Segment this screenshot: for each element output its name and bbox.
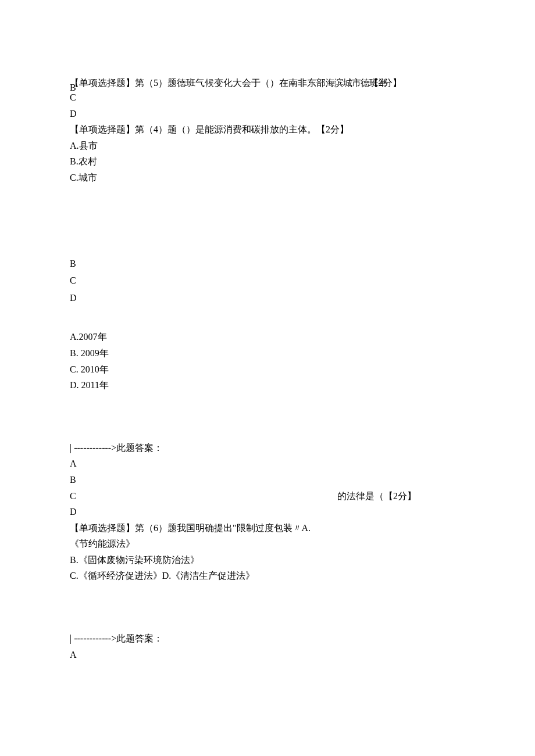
- q6-option-a: 《节约能源法》: [70, 536, 465, 551]
- law-fragment: 的法律是（【2分】: [337, 489, 416, 504]
- answer-c: C: [70, 491, 76, 501]
- option-d: D: [70, 106, 465, 121]
- q4-option-a: A.县市: [70, 138, 465, 153]
- option-c: C: [70, 90, 465, 105]
- answer-d: D: [70, 504, 465, 519]
- question-4-stem: 【单项选择题】第（4）题（）是能源消费和碳排放的主体。【2分】: [70, 122, 465, 137]
- option-b: B: [70, 80, 76, 95]
- q5-option-c: C. 2010年: [70, 362, 465, 377]
- q6-option-b: B.《固体废物污染环境防治法》: [70, 553, 465, 568]
- q6-option-cd: C.《循环经济促进法》D.《清洁生产促进法》: [70, 568, 465, 583]
- answer-label-1: | ------------>此题答案：: [70, 440, 465, 456]
- answer-label-2: | ------------>此题答案：: [70, 631, 465, 646]
- answer-2-a: A: [70, 647, 465, 662]
- q5-option-d: D. 2011年: [70, 378, 465, 393]
- q5-option-a: A.2007年: [70, 329, 465, 345]
- q4-option-c: C.城市: [70, 170, 465, 185]
- q5-score: 【2分】: [369, 78, 402, 88]
- question-5-stem: 【单项选择题】第（5）题德班气候变化大会于（）在南非东部海滨城市德班举【2分】: [70, 76, 402, 91]
- q4-option-b: B.农村: [70, 154, 465, 169]
- option-c-2: C: [70, 273, 465, 288]
- answer-a: A: [70, 456, 465, 471]
- q5-text-part1: 【单项选择题】第（5）题德班气候变化大会于（）在南非东部: [70, 78, 326, 88]
- question-6-stem: 【单项选择题】第（6）题我国明确提出"限制过度包装〃A.: [70, 521, 465, 536]
- answer-b: B: [70, 472, 465, 488]
- option-d-2: D: [70, 291, 465, 306]
- q5-option-b: B. 2009年: [70, 346, 465, 361]
- option-b-2: B: [70, 256, 465, 271]
